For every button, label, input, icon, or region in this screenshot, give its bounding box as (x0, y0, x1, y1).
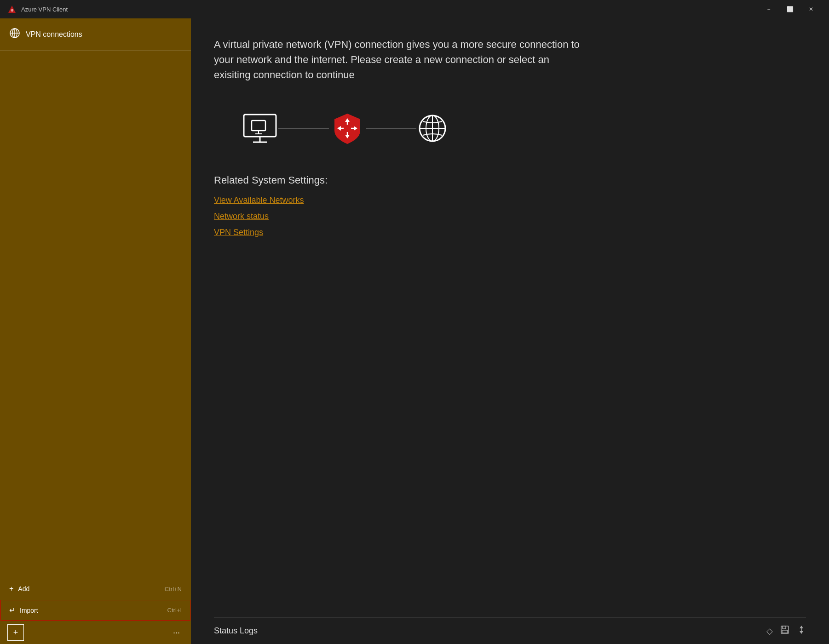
status-bar-icons: ◇ (766, 625, 806, 637)
restore-button[interactable]: ⬜ (779, 2, 800, 17)
sidebar: VPN connections + Add Ctrl+N ↵ Import Ct… (0, 18, 191, 644)
sidebar-header: VPN connections (0, 18, 191, 51)
related-settings: Related System Settings: View Available … (214, 174, 806, 244)
titlebar: ⊕ Azure VPN Client − ⬜ ✕ (0, 0, 829, 18)
monitor-icon (242, 112, 278, 144)
close-button[interactable]: ✕ (800, 2, 822, 17)
diagram-line-2 (366, 128, 416, 129)
add-label: Add (18, 585, 29, 592)
svg-marker-30 (800, 626, 803, 628)
vpn-diagram (214, 110, 806, 147)
vpn-connections-title: VPN connections (26, 30, 82, 39)
import-menu-item[interactable]: ↵ Import Ctrl+I (0, 599, 191, 621)
shield-icon (329, 110, 366, 147)
add-icon: + (9, 585, 13, 593)
add-button[interactable]: + (7, 624, 24, 641)
sidebar-footer: + Add Ctrl+N ↵ Import Ctrl+I + ··· (0, 578, 191, 644)
app-container: VPN connections + Add Ctrl+N ↵ Import Ct… (0, 18, 829, 644)
network-status-link[interactable]: Network status (214, 212, 806, 221)
clear-icon[interactable]: ◇ (766, 626, 773, 636)
minimize-button[interactable]: − (758, 2, 779, 17)
view-available-networks-link[interactable]: View Available Networks (214, 196, 806, 205)
app-title: Azure VPN Client (21, 6, 758, 13)
more-button[interactable]: ··· (169, 626, 184, 639)
status-logs-title: Status Logs (214, 626, 258, 636)
status-bar: Status Logs ◇ (214, 617, 806, 644)
vpn-settings-link[interactable]: VPN Settings (214, 228, 806, 237)
svg-rect-28 (782, 630, 788, 633)
window-controls: − ⬜ ✕ (758, 2, 822, 17)
import-label: Import (20, 607, 38, 614)
app-logo: ⊕ (7, 5, 17, 14)
svg-text:⊕: ⊕ (11, 8, 14, 12)
add-menu-item[interactable]: + Add Ctrl+N (0, 578, 191, 599)
sidebar-bottom-bar: + ··· (0, 621, 191, 644)
save-icon[interactable] (780, 625, 789, 637)
vpn-connections-icon (9, 28, 20, 41)
svg-marker-31 (800, 631, 803, 634)
svg-rect-27 (783, 626, 786, 629)
svg-rect-10 (252, 121, 265, 131)
globe-icon (416, 112, 449, 144)
svg-rect-6 (244, 115, 276, 137)
import-icon: ↵ (9, 606, 15, 615)
diagram-line-1 (278, 128, 329, 129)
sidebar-content (0, 51, 191, 578)
related-settings-title: Related System Settings: (214, 174, 806, 186)
description-text: A virtual private network (VPN) connecti… (214, 37, 582, 82)
main-content: A virtual private network (VPN) connecti… (191, 18, 829, 644)
add-shortcut: Ctrl+N (165, 586, 182, 592)
sort-icon[interactable] (797, 625, 806, 637)
import-shortcut: Ctrl+I (167, 607, 182, 614)
